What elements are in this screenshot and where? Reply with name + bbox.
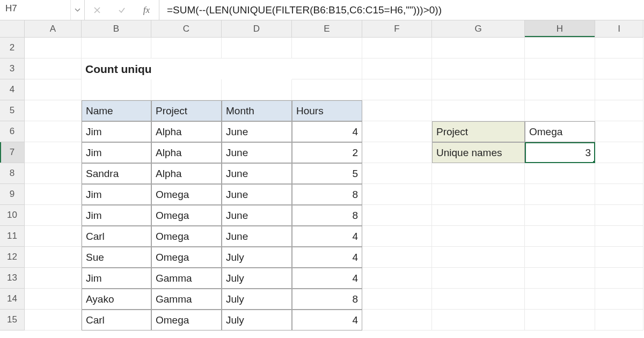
cell[interactable] — [362, 121, 432, 142]
table-cell[interactable]: June — [222, 163, 292, 184]
cancel-formula-button[interactable] — [85, 0, 109, 20]
table-cell[interactable]: 8 — [292, 289, 362, 310]
cell[interactable] — [25, 79, 82, 100]
table-cell[interactable]: 4 — [292, 226, 362, 247]
table-cell[interactable]: 4 — [292, 310, 362, 330]
cell[interactable] — [432, 79, 525, 100]
cell[interactable] — [525, 58, 595, 79]
table-cell[interactable]: Sue — [82, 247, 151, 268]
cell[interactable] — [595, 79, 643, 100]
formula-input[interactable]: =SUM(--(LEN(UNIQUE(FILTER(B6:B15,C6:C15=… — [159, 0, 644, 20]
table-cell[interactable]: Omega — [151, 226, 222, 247]
table-cell[interactable]: Jim — [82, 184, 151, 205]
cell[interactable] — [595, 38, 643, 58]
table-cell[interactable]: Gamma — [151, 289, 222, 310]
cell[interactable] — [362, 163, 432, 184]
row-header-15[interactable]: 15 — [0, 310, 25, 330]
row-header-13[interactable]: 13 — [0, 268, 25, 289]
cell[interactable] — [222, 79, 292, 100]
cell[interactable] — [25, 100, 82, 121]
table-cell[interactable]: July — [222, 310, 292, 330]
cell[interactable] — [25, 205, 82, 226]
col-header-D[interactable]: D — [222, 20, 292, 38]
cell[interactable] — [82, 79, 151, 100]
cell[interactable] — [25, 247, 82, 268]
table-cell[interactable]: 5 — [292, 163, 362, 184]
cell[interactable] — [432, 163, 525, 184]
cell[interactable] — [25, 121, 82, 142]
row-header-6[interactable]: 6 — [0, 121, 25, 142]
col-header-G[interactable]: G — [432, 20, 525, 38]
cell[interactable] — [292, 38, 362, 58]
table-cell[interactable]: Omega — [151, 310, 222, 330]
col-header-B[interactable]: B — [82, 20, 151, 38]
table-cell[interactable]: 4 — [292, 268, 362, 289]
table-cell[interactable]: June — [222, 121, 292, 142]
table-cell[interactable]: Jim — [82, 121, 151, 142]
table-cell[interactable]: 8 — [292, 205, 362, 226]
table-cell[interactable]: Sandra — [82, 163, 151, 184]
cell[interactable] — [362, 310, 432, 330]
cell[interactable] — [432, 38, 525, 58]
cell[interactable] — [432, 289, 525, 310]
table-header-project[interactable]: Project — [151, 100, 222, 121]
cell[interactable] — [525, 310, 595, 330]
side-project-label[interactable]: Project — [432, 121, 525, 142]
row-header-7[interactable]: 7 — [0, 142, 25, 163]
table-cell[interactable]: June — [222, 226, 292, 247]
table-cell[interactable]: Omega — [151, 184, 222, 205]
table-cell[interactable]: July — [222, 247, 292, 268]
name-box[interactable]: H7 — [0, 0, 70, 20]
cell[interactable] — [525, 100, 595, 121]
table-cell[interactable]: July — [222, 268, 292, 289]
name-box-dropdown[interactable] — [70, 0, 84, 20]
cell[interactable] — [525, 247, 595, 268]
table-cell[interactable]: Omega — [151, 247, 222, 268]
cell[interactable] — [595, 289, 643, 310]
col-header-C[interactable]: C — [151, 20, 222, 38]
table-cell[interactable]: Alpha — [151, 142, 222, 163]
cell[interactable] — [525, 289, 595, 310]
table-cell[interactable]: Jim — [82, 142, 151, 163]
cell[interactable] — [362, 184, 432, 205]
enter-formula-button[interactable] — [109, 0, 134, 20]
row-header-5[interactable]: 5 — [0, 100, 25, 121]
cell[interactable] — [151, 58, 222, 79]
cell[interactable] — [362, 100, 432, 121]
table-header-name[interactable]: Name — [82, 100, 151, 121]
row-header-12[interactable]: 12 — [0, 247, 25, 268]
table-cell[interactable]: Alpha — [151, 121, 222, 142]
cell[interactable] — [525, 226, 595, 247]
row-header-14[interactable]: 14 — [0, 289, 25, 310]
cell[interactable] — [82, 38, 151, 58]
cell[interactable] — [432, 268, 525, 289]
table-cell[interactable]: Carl — [82, 226, 151, 247]
row-header-4[interactable]: 4 — [0, 79, 25, 100]
cell[interactable] — [595, 268, 643, 289]
cell[interactable] — [432, 205, 525, 226]
cell[interactable] — [25, 142, 82, 163]
col-header-H[interactable]: H — [525, 20, 595, 38]
cell[interactable] — [25, 163, 82, 184]
table-cell[interactable]: 4 — [292, 247, 362, 268]
cell[interactable] — [432, 247, 525, 268]
cell[interactable] — [222, 38, 292, 58]
side-unique-label[interactable]: Unique names — [432, 142, 525, 163]
cell[interactable] — [432, 310, 525, 330]
title-cell[interactable]: Count unique values with criteria — [82, 58, 151, 79]
select-all-corner[interactable] — [0, 20, 25, 38]
table-cell[interactable]: 4 — [292, 121, 362, 142]
cell[interactable] — [362, 38, 432, 58]
table-cell[interactable]: Jim — [82, 205, 151, 226]
table-header-month[interactable]: Month — [222, 100, 292, 121]
cell[interactable] — [25, 268, 82, 289]
cell[interactable] — [292, 79, 362, 100]
cell[interactable] — [432, 58, 525, 79]
cell[interactable] — [595, 247, 643, 268]
cell[interactable] — [362, 247, 432, 268]
cell[interactable] — [525, 184, 595, 205]
cell[interactable] — [292, 58, 362, 79]
cell[interactable] — [362, 289, 432, 310]
col-header-I[interactable]: I — [595, 20, 643, 38]
cell[interactable] — [432, 100, 525, 121]
